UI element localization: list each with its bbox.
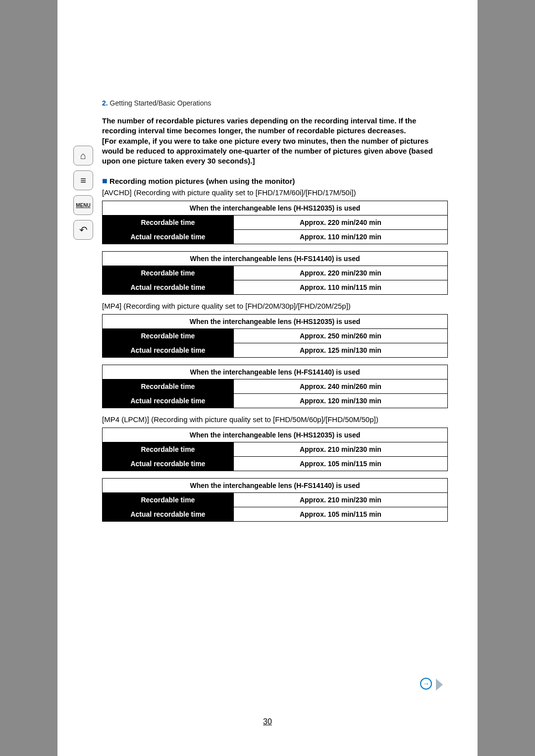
row-value: Approx. 125 min/130 min bbox=[233, 343, 447, 358]
spec-table-mp4-fs14140: When the interchangeable lens (H-FS14140… bbox=[102, 365, 448, 408]
table-header: When the interchangeable lens (H-FS14140… bbox=[103, 479, 448, 493]
row-label: Recordable time bbox=[103, 379, 234, 394]
row-value: Approx. 220 min/240 min bbox=[233, 216, 447, 230]
home-icon: ⌂ bbox=[80, 150, 86, 162]
breadcrumb: 2. Getting Started/Basic Operations bbox=[102, 99, 448, 107]
format-caption-lpcm: [MP4 (LPCM)] (Recording with picture qua… bbox=[102, 415, 448, 424]
row-value: Approx. 105 min/115 min bbox=[233, 457, 447, 471]
page-number: 30 bbox=[57, 717, 478, 726]
next-page-button[interactable]: → bbox=[420, 677, 443, 692]
page-corner-icon bbox=[436, 679, 443, 691]
table-header: When the interchangeable lens (H-HS12035… bbox=[103, 201, 448, 216]
spec-table-avchd-hs12035: When the interchangeable lens (H-HS12035… bbox=[102, 201, 448, 244]
row-value: Approx. 250 min/260 min bbox=[233, 329, 447, 343]
nav-sidebar: ⌂ ≡ MENU ↶ bbox=[73, 146, 94, 240]
back-icon: ↶ bbox=[79, 224, 88, 236]
row-value: Approx. 210 min/230 min bbox=[233, 442, 447, 457]
row-value: Approx. 120 min/130 min bbox=[233, 394, 447, 408]
row-label: Recordable time bbox=[103, 442, 234, 457]
row-label: Recordable time bbox=[103, 216, 234, 230]
row-value: Approx. 240 min/260 min bbox=[233, 379, 447, 394]
menu-label: MENU bbox=[76, 203, 90, 208]
row-label: Actual recordable time bbox=[103, 507, 234, 522]
row-label: Actual recordable time bbox=[103, 343, 234, 358]
chapter-number: 2. bbox=[102, 99, 108, 107]
row-label: Actual recordable time bbox=[103, 230, 234, 244]
row-value: Approx. 105 min/115 min bbox=[233, 507, 447, 522]
row-value: Approx. 210 min/230 min bbox=[233, 493, 447, 507]
list-icon: ≡ bbox=[80, 175, 86, 186]
spec-table-lpcm-fs14140: When the interchangeable lens (H-FS14140… bbox=[102, 478, 448, 522]
section-heading: ■ Recording motion pictures (when using … bbox=[102, 176, 448, 186]
menu-button[interactable]: MENU bbox=[73, 195, 93, 215]
table-header: When the interchangeable lens (H-HS12035… bbox=[103, 315, 448, 329]
table-header: When the interchangeable lens (H-FS14140… bbox=[103, 252, 448, 266]
table-header: When the interchangeable lens (H-FS14140… bbox=[103, 365, 448, 379]
intro-paragraph: The number of recordable pictures varies… bbox=[102, 116, 448, 166]
bullet-icon: ■ bbox=[102, 176, 107, 186]
format-caption-avchd: [AVCHD] (Recording with picture quality … bbox=[102, 188, 448, 197]
row-label: Recordable time bbox=[103, 329, 234, 343]
manual-page: 2. Getting Started/Basic Operations The … bbox=[57, 0, 478, 756]
spec-table-mp4-hs12035: When the interchangeable lens (H-HS12035… bbox=[102, 314, 448, 358]
row-label: Actual recordable time bbox=[103, 394, 234, 408]
chapter-title: Getting Started/Basic Operations bbox=[110, 99, 212, 107]
back-button[interactable]: ↶ bbox=[73, 220, 93, 240]
home-button[interactable]: ⌂ bbox=[73, 146, 93, 165]
arrow-right-icon: → bbox=[420, 678, 432, 690]
format-caption-mp4: [MP4] (Recording with picture quality se… bbox=[102, 302, 448, 310]
table-header: When the interchangeable lens (H-HS12035… bbox=[103, 428, 448, 442]
section-heading-text: Recording motion pictures (when using th… bbox=[109, 177, 295, 185]
toc-button[interactable]: ≡ bbox=[73, 170, 93, 190]
spec-table-avchd-fs14140: When the interchangeable lens (H-FS14140… bbox=[102, 251, 448, 295]
row-value: Approx. 220 min/230 min bbox=[233, 266, 447, 280]
row-label: Recordable time bbox=[103, 266, 234, 280]
row-value: Approx. 110 min/115 min bbox=[233, 280, 447, 295]
spec-table-lpcm-hs12035: When the interchangeable lens (H-HS12035… bbox=[102, 428, 448, 471]
row-label: Actual recordable time bbox=[103, 457, 234, 471]
row-value: Approx. 110 min/120 min bbox=[233, 230, 447, 244]
row-label: Recordable time bbox=[103, 493, 234, 507]
row-label: Actual recordable time bbox=[103, 280, 234, 295]
